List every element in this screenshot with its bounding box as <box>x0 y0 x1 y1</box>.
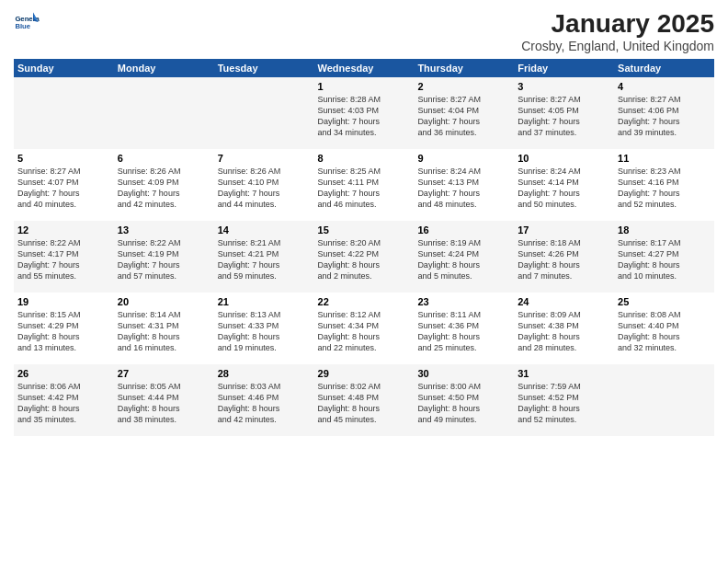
location-title: Crosby, England, United Kingdom <box>521 39 714 53</box>
day-number: 12 <box>17 224 110 236</box>
table-cell: 2Sunrise: 8:27 AM Sunset: 4:04 PM Daylig… <box>414 77 514 149</box>
day-number: 15 <box>318 224 411 236</box>
table-cell: 11Sunrise: 8:23 AM Sunset: 4:16 PM Dayli… <box>614 149 714 221</box>
day-number: 8 <box>318 153 411 164</box>
table-cell <box>214 77 314 149</box>
cell-content: Sunrise: 8:00 AM Sunset: 4:50 PM Dayligh… <box>417 381 510 426</box>
table-cell: 27Sunrise: 8:05 AM Sunset: 4:44 PM Dayli… <box>114 364 214 436</box>
cell-content: Sunrise: 8:24 AM Sunset: 4:14 PM Dayligh… <box>518 166 610 211</box>
table-cell: 17Sunrise: 8:18 AM Sunset: 4:26 PM Dayli… <box>514 221 614 293</box>
table-cell: 16Sunrise: 8:19 AM Sunset: 4:24 PM Dayli… <box>414 221 514 293</box>
header-row: Sunday Monday Tuesday Wednesday Thursday… <box>14 59 714 77</box>
cell-content: Sunrise: 8:23 AM Sunset: 4:16 PM Dayligh… <box>618 166 711 211</box>
cell-content: Sunrise: 7:59 AM Sunset: 4:52 PM Dayligh… <box>518 381 610 426</box>
table-cell: 26Sunrise: 8:06 AM Sunset: 4:42 PM Dayli… <box>14 364 114 436</box>
day-number: 20 <box>118 296 210 307</box>
table-cell: 9Sunrise: 8:24 AM Sunset: 4:13 PM Daylig… <box>414 149 514 221</box>
day-number: 5 <box>17 153 110 164</box>
table-cell: 25Sunrise: 8:08 AM Sunset: 4:40 PM Dayli… <box>614 293 714 364</box>
table-cell: 10Sunrise: 8:24 AM Sunset: 4:14 PM Dayli… <box>514 149 614 221</box>
cell-content: Sunrise: 8:22 AM Sunset: 4:17 PM Dayligh… <box>17 237 110 282</box>
table-cell: 7Sunrise: 8:26 AM Sunset: 4:10 PM Daylig… <box>214 149 314 221</box>
title-block: January 2025 Crosby, England, United Kin… <box>521 9 714 53</box>
cell-content: Sunrise: 8:20 AM Sunset: 4:22 PM Dayligh… <box>318 237 411 282</box>
cell-content: Sunrise: 8:13 AM Sunset: 4:33 PM Dayligh… <box>218 309 311 354</box>
day-number: 29 <box>318 368 411 379</box>
table-row: 1Sunrise: 8:28 AM Sunset: 4:03 PM Daylig… <box>14 77 714 149</box>
col-sunday: Sunday <box>14 59 114 77</box>
cell-content: Sunrise: 8:02 AM Sunset: 4:48 PM Dayligh… <box>318 381 411 426</box>
table-cell: 21Sunrise: 8:13 AM Sunset: 4:33 PM Dayli… <box>214 293 314 364</box>
table-cell: 1Sunrise: 8:28 AM Sunset: 4:03 PM Daylig… <box>314 77 415 149</box>
cell-content: Sunrise: 8:27 AM Sunset: 4:05 PM Dayligh… <box>518 94 610 139</box>
cell-content: Sunrise: 8:03 AM Sunset: 4:46 PM Dayligh… <box>218 381 311 426</box>
day-number: 3 <box>518 81 610 92</box>
day-number: 10 <box>518 153 610 164</box>
cell-content: Sunrise: 8:25 AM Sunset: 4:11 PM Dayligh… <box>318 166 411 211</box>
cell-content: Sunrise: 8:11 AM Sunset: 4:36 PM Dayligh… <box>417 309 510 354</box>
day-number: 17 <box>518 224 610 236</box>
table-cell: 12Sunrise: 8:22 AM Sunset: 4:17 PM Dayli… <box>14 221 114 293</box>
cell-content: Sunrise: 8:27 AM Sunset: 4:04 PM Dayligh… <box>417 94 510 139</box>
table-cell: 15Sunrise: 8:20 AM Sunset: 4:22 PM Dayli… <box>314 221 415 293</box>
day-number: 22 <box>318 296 411 307</box>
table-cell: 29Sunrise: 8:02 AM Sunset: 4:48 PM Dayli… <box>314 364 415 436</box>
day-number: 26 <box>17 368 110 379</box>
day-number: 30 <box>417 368 510 379</box>
cell-content: Sunrise: 8:12 AM Sunset: 4:34 PM Dayligh… <box>318 309 411 354</box>
month-title: January 2025 <box>521 9 714 39</box>
cell-content: Sunrise: 8:26 AM Sunset: 4:10 PM Dayligh… <box>218 166 311 211</box>
table-cell: 18Sunrise: 8:17 AM Sunset: 4:27 PM Dayli… <box>614 221 714 293</box>
day-number: 1 <box>318 81 411 92</box>
col-friday: Friday <box>514 59 614 77</box>
table-cell: 4Sunrise: 8:27 AM Sunset: 4:06 PM Daylig… <box>614 77 714 149</box>
col-thursday: Thursday <box>414 59 514 77</box>
cell-content: Sunrise: 8:22 AM Sunset: 4:19 PM Dayligh… <box>118 237 210 282</box>
table-cell: 20Sunrise: 8:14 AM Sunset: 4:31 PM Dayli… <box>114 293 214 364</box>
table-row: 26Sunrise: 8:06 AM Sunset: 4:42 PM Dayli… <box>14 364 714 436</box>
cell-content: Sunrise: 8:27 AM Sunset: 4:06 PM Dayligh… <box>618 94 711 139</box>
cell-content: Sunrise: 8:21 AM Sunset: 4:21 PM Dayligh… <box>218 237 311 282</box>
table-row: 5Sunrise: 8:27 AM Sunset: 4:07 PM Daylig… <box>14 149 714 221</box>
table-row: 19Sunrise: 8:15 AM Sunset: 4:29 PM Dayli… <box>14 293 714 364</box>
cell-content: Sunrise: 8:09 AM Sunset: 4:38 PM Dayligh… <box>518 309 610 354</box>
col-monday: Monday <box>114 59 214 77</box>
table-cell: 3Sunrise: 8:27 AM Sunset: 4:05 PM Daylig… <box>514 77 614 149</box>
cell-content: Sunrise: 8:24 AM Sunset: 4:13 PM Dayligh… <box>417 166 510 211</box>
logo-icon: General Blue <box>14 9 40 35</box>
cell-content: Sunrise: 8:08 AM Sunset: 4:40 PM Dayligh… <box>618 309 711 354</box>
day-number: 2 <box>417 81 510 92</box>
day-number: 24 <box>518 296 610 307</box>
table-cell: 30Sunrise: 8:00 AM Sunset: 4:50 PM Dayli… <box>414 364 514 436</box>
day-number: 23 <box>417 296 510 307</box>
day-number: 31 <box>518 368 610 379</box>
cell-content: Sunrise: 8:28 AM Sunset: 4:03 PM Dayligh… <box>318 94 411 139</box>
day-number: 16 <box>417 224 510 236</box>
table-row: 12Sunrise: 8:22 AM Sunset: 4:17 PM Dayli… <box>14 221 714 293</box>
table-cell: 5Sunrise: 8:27 AM Sunset: 4:07 PM Daylig… <box>14 149 114 221</box>
day-number: 6 <box>118 153 210 164</box>
table-cell <box>114 77 214 149</box>
day-number: 27 <box>118 368 210 379</box>
day-number: 4 <box>618 81 711 92</box>
table-cell: 13Sunrise: 8:22 AM Sunset: 4:19 PM Dayli… <box>114 221 214 293</box>
day-number: 28 <box>218 368 311 379</box>
cell-content: Sunrise: 8:14 AM Sunset: 4:31 PM Dayligh… <box>118 309 210 354</box>
day-number: 25 <box>618 296 711 307</box>
day-number: 18 <box>618 224 711 236</box>
table-cell: 22Sunrise: 8:12 AM Sunset: 4:34 PM Dayli… <box>314 293 415 364</box>
day-number: 11 <box>618 153 711 164</box>
table-cell <box>614 364 714 436</box>
table-cell: 28Sunrise: 8:03 AM Sunset: 4:46 PM Dayli… <box>214 364 314 436</box>
svg-text:Blue: Blue <box>15 22 30 30</box>
day-number: 7 <box>218 153 311 164</box>
day-number: 9 <box>417 153 510 164</box>
cell-content: Sunrise: 8:26 AM Sunset: 4:09 PM Dayligh… <box>118 166 210 211</box>
day-number: 19 <box>17 296 110 307</box>
cell-content: Sunrise: 8:18 AM Sunset: 4:26 PM Dayligh… <box>518 237 610 282</box>
col-wednesday: Wednesday <box>314 59 415 77</box>
col-tuesday: Tuesday <box>214 59 314 77</box>
table-cell: 31Sunrise: 7:59 AM Sunset: 4:52 PM Dayli… <box>514 364 614 436</box>
table-cell: 19Sunrise: 8:15 AM Sunset: 4:29 PM Dayli… <box>14 293 114 364</box>
logo: General Blue <box>14 9 40 35</box>
